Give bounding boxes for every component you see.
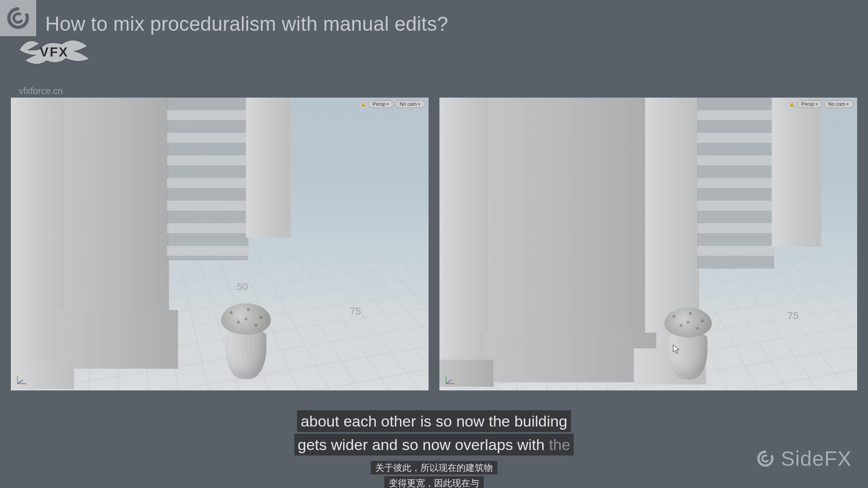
svg-text:VFX: VFX [40, 45, 69, 59]
planter-pot [219, 303, 273, 379]
nocam-label: No cam [828, 102, 845, 107]
svg-point-1 [12, 12, 24, 24]
subtitle-line: 变得更宽，因此现在与 [384, 476, 484, 488]
nocam-dropdown[interactable]: No cam ▾ [396, 100, 425, 108]
lock-icon[interactable]: 🔒 [359, 101, 367, 108]
svg-point-10 [761, 455, 770, 463]
svg-line-8 [446, 380, 452, 384]
page-title: How to mix proceduralism with manual edi… [45, 13, 448, 35]
viewport-right-toolbar: 🔒 Persp ▾ No cam ▾ [788, 100, 854, 108]
sidefx-label: SideFX [781, 446, 852, 471]
subtitle-dim-text: the [549, 436, 570, 453]
chevron-down-icon: ▾ [816, 103, 817, 106]
subtitle-text: gets wider and so now overlaps with [298, 436, 549, 453]
pot-body [669, 332, 708, 380]
building-base [485, 333, 656, 382]
svg-point-9 [756, 450, 774, 467]
building-base [56, 310, 178, 369]
nocam-label: No cam [400, 102, 417, 107]
persp-dropdown[interactable]: Persp ▾ [797, 100, 822, 108]
sidefx-icon [755, 448, 776, 469]
planter-pot [662, 307, 714, 380]
svg-line-5 [18, 380, 23, 384]
persp-dropdown[interactable]: Persp ▾ [368, 100, 394, 108]
chevron-down-icon: ▾ [387, 103, 389, 106]
persp-label: Persp [801, 102, 814, 107]
persp-label: Persp [373, 102, 386, 107]
viewport-left-toolbar: 🔒 Persp ▾ No cam ▾ [359, 100, 425, 108]
building-windows [167, 98, 248, 260]
axis-gizmo-icon [14, 371, 30, 387]
foliage-icon [665, 307, 712, 338]
building-facade [65, 98, 169, 310]
grid-label: 75 [788, 310, 798, 322]
chevron-down-icon: ▾ [418, 103, 420, 106]
vfx-logo: VFX [16, 32, 93, 72]
grid-label: 75 [350, 305, 361, 317]
axis-gizmo-icon [443, 371, 458, 387]
chevron-down-icon: ▾ [847, 103, 849, 106]
lock-icon[interactable]: 🔒 [788, 101, 795, 108]
pot-body [226, 329, 266, 379]
sidefx-watermark: SideFX [755, 446, 852, 471]
grid-label: 50 [237, 281, 248, 293]
subtitle-line: gets wider and so now overlaps with the [294, 434, 574, 455]
building-column [439, 98, 489, 387]
subtitle-english: about each other is so now the building … [0, 410, 868, 455]
building-facade [489, 98, 647, 333]
subtitle-line: 关于彼此，所以现在的建筑物 [371, 461, 497, 474]
nocam-dropdown[interactable]: No cam ▾ [824, 100, 854, 108]
foliage-icon [221, 303, 271, 335]
building-column [246, 98, 291, 238]
site-url: vfxforce.cn [19, 86, 63, 96]
viewports-row: 🔒 Persp ▾ No cam ▾ 50 75 [11, 98, 857, 390]
viewport-right[interactable]: 🔒 Persp ▾ No cam ▾ 75 [439, 98, 857, 390]
viewport-left[interactable]: 🔒 Persp ▾ No cam ▾ 50 75 [11, 98, 429, 390]
header: How to mix proceduralism with manual edi… [0, 0, 868, 95]
building-windows [697, 98, 774, 269]
building-column [772, 98, 821, 247]
subtitle-chinese: 关于彼此，所以现在的建筑物 变得更宽，因此现在与 [0, 461, 868, 488]
houdini-icon [0, 0, 36, 36]
svg-point-0 [6, 6, 30, 30]
subtitle-line: about each other is so now the building [297, 410, 571, 432]
